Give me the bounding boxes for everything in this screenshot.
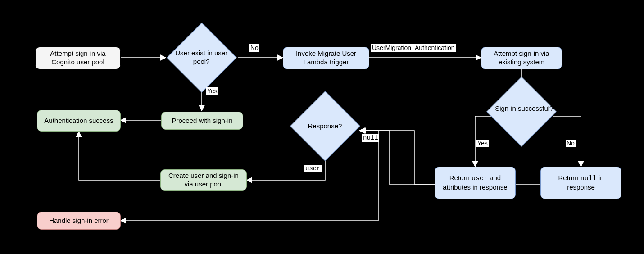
edge-response-user: user	[304, 165, 322, 172]
node-auth-success: Authentication success	[37, 110, 121, 132]
edge-user-exist-no: No	[249, 44, 259, 52]
node-invoke-lambda: Invoke Migrate User Lambda trigger	[283, 47, 369, 69]
edge-trigger-event: UserMigration_Authentication	[371, 44, 456, 52]
edge-user-exist-yes: Yes	[206, 87, 218, 95]
node-handle-error: Handle sign-in error	[37, 212, 121, 230]
node-user-exist-decision: User exist in user pool?	[167, 23, 237, 93]
label: Return null in response	[544, 174, 617, 192]
label: Handle sign-in error	[49, 217, 109, 225]
edge-response-null: null	[362, 134, 379, 142]
node-create-user: Create user and sign-in via user pool	[160, 169, 247, 191]
node-attempt-cognito: Attempt sign-in via Cognito user pool	[35, 47, 121, 69]
edge-signin-no: No	[566, 140, 576, 147]
label: Create user and sign-in via user pool	[164, 172, 243, 189]
edge-signin-yes: Yes	[476, 140, 489, 147]
label: Invoke Migrate User Lambda trigger	[287, 50, 365, 67]
label: User exist in user pool?	[168, 50, 236, 67]
node-attempt-existing: Attempt sign-in via existing system	[481, 47, 562, 69]
node-response-decision: Response?	[290, 91, 360, 161]
node-return-null: Return null in response	[540, 167, 621, 199]
node-return-user: Return user and attributes in response	[435, 167, 516, 199]
label: Authentication success	[44, 117, 113, 125]
label: Attempt sign-in via existing system	[485, 50, 558, 67]
node-signin-successful-decision: Sign-in successful?	[486, 77, 557, 147]
label: Return user and attributes in response	[439, 174, 512, 192]
node-proceed-signin: Proceed with sign-in	[161, 112, 243, 130]
label: Sign-in successful?	[490, 105, 558, 113]
label: Proceed with sign-in	[172, 117, 232, 125]
label: Response?	[291, 122, 359, 131]
label: Attempt sign-in via Cognito user pool	[39, 50, 117, 67]
